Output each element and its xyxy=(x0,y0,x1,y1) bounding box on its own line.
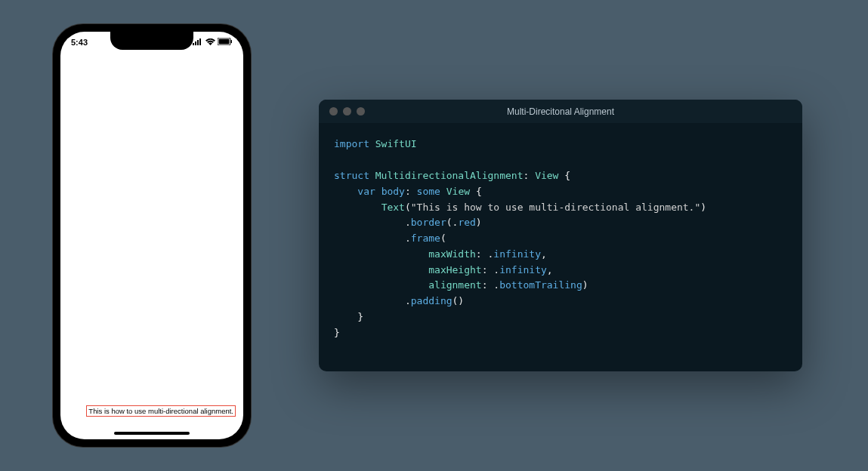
aligned-text-label: This is how to use multi-directional ali… xyxy=(86,405,236,417)
window-title: Multi-Direcitonal Alignment xyxy=(507,106,614,117)
signal-icon xyxy=(193,38,203,47)
phone-screen: 5:43 This is how to use multi-directiona… xyxy=(60,32,243,439)
traffic-lights xyxy=(329,107,365,115)
code-line: var body: some View { xyxy=(334,184,787,200)
close-icon[interactable] xyxy=(329,107,338,115)
minimize-icon[interactable] xyxy=(343,107,351,115)
code-editor-window: Multi-Direcitonal Alignment import Swift… xyxy=(319,100,802,371)
battery-icon xyxy=(218,38,233,47)
code-area[interactable]: import SwiftUI struct MultidirectionalAl… xyxy=(319,123,802,371)
svg-rect-2 xyxy=(197,40,199,45)
svg-rect-0 xyxy=(193,43,194,45)
svg-rect-1 xyxy=(195,42,196,45)
code-line: .border(.red) xyxy=(334,215,787,231)
wifi-icon xyxy=(205,38,215,47)
maximize-icon[interactable] xyxy=(357,107,365,115)
code-line: } xyxy=(334,325,787,341)
app-content-area: This is how to use multi-directional ali… xyxy=(68,54,236,424)
svg-rect-6 xyxy=(231,40,233,43)
code-line: alignment: .bottomTrailing) xyxy=(334,278,787,294)
svg-rect-3 xyxy=(199,38,201,45)
code-line: maxHeight: .infinity, xyxy=(334,263,787,279)
home-indicator xyxy=(114,432,190,435)
code-line: .frame( xyxy=(334,231,787,247)
code-line: Text("This is how to use multi-direction… xyxy=(334,200,787,216)
window-titlebar: Multi-Direcitonal Alignment xyxy=(319,100,802,123)
svg-rect-5 xyxy=(219,39,230,45)
status-right xyxy=(193,38,233,47)
status-time: 5:43 xyxy=(71,38,88,47)
code-line: struct MultidirectionalAlignment: View { xyxy=(334,168,787,184)
code-line xyxy=(334,152,787,168)
code-line: maxWidth: .infinity, xyxy=(334,247,787,263)
code-line: .padding() xyxy=(334,294,787,309)
code-line: } xyxy=(334,309,787,325)
iphone-mockup: 5:43 This is how to use multi-directiona… xyxy=(53,24,251,447)
phone-notch xyxy=(110,32,193,50)
code-line: import SwiftUI xyxy=(334,137,787,152)
